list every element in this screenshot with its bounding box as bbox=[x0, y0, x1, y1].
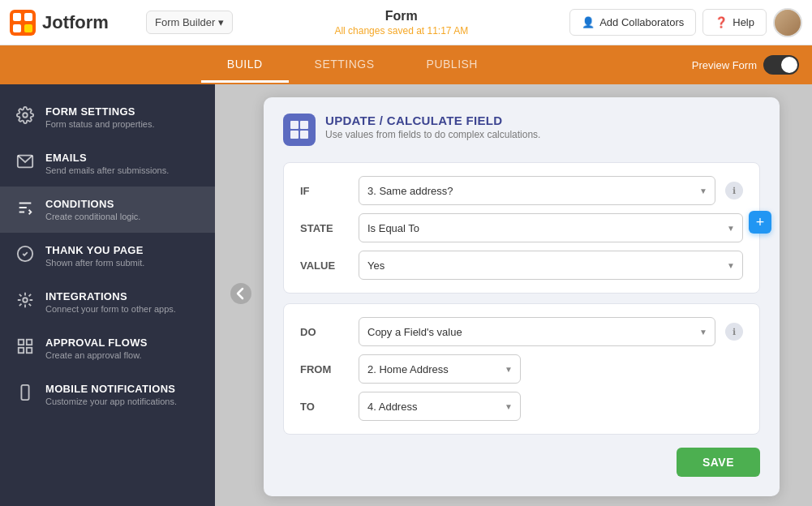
tab-settings[interactable]: SETTINGS bbox=[289, 48, 401, 83]
tabbar: BUILD SETTINGS PUBLISH Preview Form bbox=[0, 45, 812, 84]
preview-form-label: Preview Form bbox=[692, 59, 757, 71]
state-label: STATE bbox=[300, 222, 349, 234]
header-right: 👤 Add Collaborators ❓ Help bbox=[569, 8, 802, 37]
value-label: VALUE bbox=[300, 259, 349, 272]
question-icon: ❓ bbox=[715, 16, 728, 28]
if-state-value-section: IF 3. Same address? ▼ ℹ STATE Is Equal T… bbox=[283, 162, 760, 294]
sidebar-subtitle-mobile-notifications: Customize your app notifications. bbox=[45, 397, 177, 406]
sidebar-item-mobile-notifications[interactable]: MOBILE NOTIFICATIONS Customize your app … bbox=[0, 371, 215, 418]
form-builder-label: Form Builder bbox=[155, 16, 215, 28]
if-select[interactable]: 3. Same address? bbox=[359, 176, 715, 205]
sections-wrapper: IF 3. Same address? ▼ ℹ STATE Is Equal T… bbox=[283, 162, 760, 477]
do-select[interactable]: Copy a Field's value bbox=[359, 317, 715, 346]
state-row: STATE Is Equal To ▼ bbox=[300, 213, 743, 242]
sidebar-subtitle-form-settings: Form status and properties. bbox=[45, 119, 155, 129]
sidebar-item-emails[interactable]: EMAILS Send emails after submissions. bbox=[0, 140, 215, 187]
svg-rect-16 bbox=[290, 121, 299, 129]
sidebar-text-approval-flows: APPROVAL FLOWS Create an approval flow. bbox=[45, 337, 148, 360]
from-select-wrapper: 2. Home Address ▼ bbox=[359, 354, 521, 384]
integrations-icon bbox=[16, 291, 34, 309]
svg-rect-11 bbox=[27, 348, 32, 353]
value-row: VALUE Yes ▼ bbox=[300, 251, 743, 280]
sidebar-title-emails: EMAILS bbox=[45, 152, 169, 164]
sidebar-title-mobile-notifications: MOBILE NOTIFICATIONS bbox=[45, 383, 177, 395]
preview-form-area: Preview Form bbox=[692, 55, 799, 75]
sidebar-subtitle-approval-flows: Create an approval flow. bbox=[45, 350, 148, 360]
do-info-icon[interactable]: ℹ bbox=[725, 323, 743, 341]
help-label: Help bbox=[733, 16, 754, 28]
to-select[interactable]: 4. Address bbox=[359, 392, 521, 421]
add-condition-button[interactable]: + bbox=[749, 211, 771, 234]
modal-icon-box bbox=[283, 114, 316, 146]
tab-build[interactable]: BUILD bbox=[201, 48, 289, 83]
sidebar-title-conditions: CONDITIONS bbox=[45, 198, 140, 210]
update-calculate-icon bbox=[289, 119, 310, 140]
gear-icon bbox=[16, 106, 34, 124]
approval-flows-icon bbox=[16, 337, 34, 355]
do-from-to-section: DO Copy a Field's value ▼ ℹ FROM 2. Home… bbox=[283, 303, 760, 435]
sidebar-text-thank-you: THANK YOU PAGE Shown after form submit. bbox=[45, 244, 144, 268]
svg-rect-4 bbox=[24, 24, 32, 32]
svg-rect-1 bbox=[13, 13, 21, 21]
to-select-wrapper: 4. Address ▼ bbox=[359, 392, 521, 421]
value-select[interactable]: Yes bbox=[359, 251, 743, 280]
jotform-logo-icon bbox=[10, 10, 36, 36]
sidebar-subtitle-thank-you: Shown after form submit. bbox=[45, 258, 144, 268]
svg-rect-13 bbox=[21, 385, 28, 400]
svg-point-15 bbox=[230, 283, 251, 304]
add-collaborators-label: Add Collaborators bbox=[599, 16, 684, 28]
sidebar-item-thank-you[interactable]: THANK YOU PAGE Shown after form submit. bbox=[0, 233, 215, 279]
from-label: FROM bbox=[300, 363, 349, 375]
sidebar-text-emails: EMAILS Send emails after submissions. bbox=[45, 152, 169, 175]
if-info-icon[interactable]: ℹ bbox=[725, 182, 743, 199]
sidebar: FORM SETTINGS Form status and properties… bbox=[0, 84, 215, 506]
state-select[interactable]: Is Equal To bbox=[359, 213, 743, 242]
conditions-icon bbox=[16, 199, 34, 217]
from-row: FROM 2. Home Address ▼ bbox=[300, 354, 743, 384]
toggle-knob bbox=[781, 57, 797, 73]
chevron-down-icon: ▾ bbox=[218, 16, 224, 28]
form-title: Form bbox=[233, 9, 569, 24]
content-area: UPDATE / CALCULATE FIELD Use values from… bbox=[215, 84, 812, 506]
form-saved-status: All changes saved at 11:17 AM bbox=[233, 25, 569, 36]
back-arrow-button[interactable] bbox=[230, 282, 252, 308]
check-circle-icon bbox=[16, 245, 34, 263]
help-button[interactable]: ❓ Help bbox=[702, 9, 767, 36]
to-label: TO bbox=[300, 401, 349, 413]
sidebar-item-conditions[interactable]: CONDITIONS Create conditional logic. bbox=[0, 187, 215, 233]
sidebar-title-thank-you: THANK YOU PAGE bbox=[45, 244, 144, 256]
state-select-wrapper: Is Equal To ▼ bbox=[359, 213, 743, 242]
mobile-icon bbox=[16, 384, 34, 401]
add-collaborators-button[interactable]: 👤 Add Collaborators bbox=[569, 9, 696, 36]
save-button[interactable]: SAVE bbox=[677, 448, 760, 477]
sidebar-item-integrations[interactable]: INTEGRATIONS Connect your form to other … bbox=[0, 279, 215, 325]
svg-point-8 bbox=[23, 298, 28, 302]
sidebar-text-mobile-notifications: MOBILE NOTIFICATIONS Customize your app … bbox=[45, 383, 177, 406]
preview-form-toggle[interactable] bbox=[763, 55, 799, 75]
sidebar-item-approval-flows[interactable]: APPROVAL FLOWS Create an approval flow. bbox=[0, 325, 215, 371]
svg-rect-10 bbox=[27, 340, 32, 345]
sidebar-subtitle-emails: Send emails after submissions. bbox=[45, 165, 169, 175]
email-icon bbox=[16, 152, 34, 170]
form-builder-button[interactable]: Form Builder ▾ bbox=[146, 11, 233, 34]
tab-publish[interactable]: PUBLISH bbox=[401, 48, 504, 83]
tab-items: BUILD SETTINGS PUBLISH bbox=[13, 48, 692, 83]
svg-rect-19 bbox=[300, 131, 308, 139]
if-label: IF bbox=[300, 185, 349, 197]
svg-rect-2 bbox=[24, 13, 32, 21]
sidebar-text-form-settings: FORM SETTINGS Form status and properties… bbox=[45, 105, 155, 129]
person-icon: 👤 bbox=[582, 16, 595, 28]
modal-title: UPDATE / CALCULATE FIELD bbox=[325, 114, 540, 127]
from-select[interactable]: 2. Home Address bbox=[359, 354, 521, 384]
sidebar-item-form-settings[interactable]: FORM SETTINGS Form status and properties… bbox=[0, 94, 215, 140]
main: FORM SETTINGS Form status and properties… bbox=[0, 84, 812, 506]
sidebar-title-form-settings: FORM SETTINGS bbox=[45, 105, 155, 118]
modal-card: UPDATE / CALCULATE FIELD Use values from… bbox=[264, 97, 780, 496]
avatar[interactable] bbox=[773, 8, 802, 37]
to-row: TO 4. Address ▼ bbox=[300, 392, 743, 421]
sidebar-text-conditions: CONDITIONS Create conditional logic. bbox=[45, 198, 140, 221]
header-center: Form All changes saved at 11:17 AM bbox=[233, 9, 569, 36]
sidebar-title-approval-flows: APPROVAL FLOWS bbox=[45, 337, 148, 349]
do-select-wrapper: Copy a Field's value ▼ bbox=[359, 317, 715, 346]
if-select-wrapper: 3. Same address? ▼ bbox=[359, 176, 715, 205]
